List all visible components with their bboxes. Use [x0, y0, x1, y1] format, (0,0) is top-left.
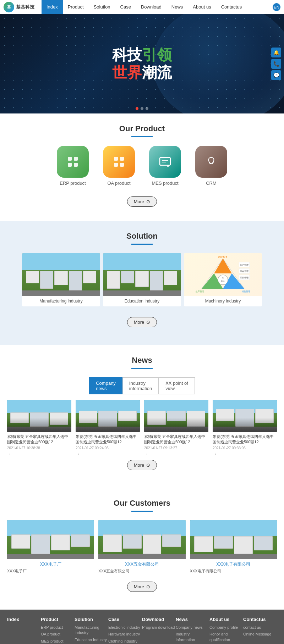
footer-about-profile[interactable]: Company profile — [209, 625, 243, 630]
news-img-3 — [213, 400, 277, 432]
nav-download[interactable]: Download — [136, 0, 166, 14]
product-more-button[interactable]: More ⊙ — [127, 196, 157, 207]
logo[interactable]: 基 基基科技 — [4, 2, 34, 12]
news-date-3: 2021-01-27 09:33:05 — [213, 446, 277, 450]
footer-case-clothing[interactable]: Clothing industry — [108, 639, 142, 644]
product-section: Our Product ERP product — [0, 113, 284, 221]
news-arrow-3: → — [213, 451, 277, 456]
nav-news[interactable]: News — [166, 0, 188, 14]
product-section-title: Our Product — [7, 113, 277, 136]
product-title-underline — [131, 136, 153, 137]
footer-download-program[interactable]: Program download — [142, 625, 176, 630]
solution-img-manufacturing — [22, 253, 100, 296]
customer-link-0[interactable]: XXX电子厂 — [7, 561, 94, 567]
footer-col-news-title: News — [176, 617, 209, 622]
svg-text:系统服务: 系统服务 — [218, 256, 228, 258]
news-card-0[interactable]: 累德(东莞 五金家具连续四年入选中国制造业民营企业500强12 2021-01-… — [7, 400, 71, 456]
news-caption-1: 累德(东莞 五金家具连续四年入选中国制造业民营企业500强12 — [76, 434, 140, 445]
news-arrow-0: → — [7, 451, 71, 456]
solution-card-education[interactable]: Education industry — [103, 253, 181, 306]
news-more-arrow-icon: ⊙ — [146, 462, 150, 468]
hero-dot-3[interactable] — [146, 107, 148, 110]
footer-solution-education[interactable]: Education Industry — [75, 637, 108, 643]
crm-label: CRM — [206, 181, 217, 186]
footer-case-electronic[interactable]: Electronic industry — [108, 625, 142, 630]
customers-grid: XXX电子厂 XXX电子厂 XXX五金有限公司 XXX五金有限公司 — [7, 520, 277, 574]
customer-card-0[interactable]: XXX电子厂 XXX电子厂 — [7, 520, 94, 574]
product-more-label: More — [134, 199, 144, 204]
nav-solution[interactable]: Solution — [89, 0, 115, 14]
solution-more-button[interactable]: More ⊙ — [127, 317, 157, 327]
customer-img-0 — [7, 520, 94, 559]
news-img-1 — [76, 400, 140, 432]
customer-name-2: XXX电子有限公司 — [190, 569, 221, 573]
footer-news-industry[interactable]: Industry information — [176, 632, 209, 643]
svg-text:采购管理: 采购管理 — [240, 277, 248, 279]
erp-icon — [57, 146, 89, 178]
footer-contact-message[interactable]: Online Message — [243, 632, 277, 637]
customers-section-title: Our Customers — [7, 488, 277, 511]
hero-dot-1[interactable] — [136, 107, 138, 110]
floating-chat-button[interactable]: 💬 — [271, 70, 281, 80]
footer-product-erp[interactable]: ERP product — [41, 625, 75, 630]
footer-product-mes[interactable]: MES product — [41, 639, 75, 644]
news-more-button[interactable]: More ⊙ — [127, 460, 157, 470]
footer-product-oa[interactable]: OA product — [41, 632, 75, 637]
customer-card-2[interactable]: XXX电子有限公司 XXX电子有限公司 — [190, 520, 277, 574]
hero-dot-2[interactable] — [141, 107, 143, 110]
news-arrow-2: → — [144, 451, 208, 456]
footer-col-contact-title: Contactus — [243, 617, 277, 622]
hero-pagination[interactable] — [136, 107, 148, 110]
news-card-3[interactable]: 累德(东莞 五金家具连续四年入选中国制造业民营企业500强12 2021-01-… — [213, 400, 277, 456]
customer-link-1[interactable]: XXX五金有限公司 — [98, 561, 185, 567]
svg-text:⊞: ⊞ — [222, 277, 224, 279]
customers-more-button[interactable]: More ⊙ — [127, 582, 157, 592]
product-item-oa[interactable]: OA product — [103, 146, 135, 186]
svg-marker-11 — [214, 259, 232, 273]
solution-card-manufacturing[interactable]: Manufacturing industry — [22, 253, 100, 306]
footer-about-honor[interactable]: Honor and qualification — [209, 632, 243, 643]
floating-buttons: 🔔 📞 💬 — [271, 48, 281, 80]
news-card-1[interactable]: 累德(东莞 五金家具连续四年入选中国制造业民营企业500强12 2021-01-… — [76, 400, 140, 456]
footer-col-about-title: About us — [209, 617, 243, 622]
product-item-erp[interactable]: ERP product — [57, 146, 89, 186]
footer-news-company[interactable]: Company news — [176, 625, 209, 630]
footer-col-about: About us Company profile Honor and quali… — [209, 617, 243, 644]
footer-contact-us[interactable]: contact us — [243, 625, 277, 630]
product-item-mes[interactable]: MES product — [149, 146, 181, 186]
news-tab-industry[interactable]: Industry information — [122, 377, 159, 394]
svg-rect-2 — [68, 163, 72, 167]
nav-contact[interactable]: Contactus — [216, 0, 247, 14]
product-grid: ERP product OA product MES — [7, 146, 277, 186]
footer-col-solution: Solution Manufacturing Industry Educatio… — [75, 617, 108, 644]
nav-product[interactable]: Product — [63, 0, 89, 14]
news-section-title: News — [7, 345, 277, 368]
news-caption-2: 累德(东莞 五金家具连续四年入选中国制造业民营企业500强12 — [144, 434, 208, 445]
svg-rect-7 — [120, 163, 124, 167]
solution-label-education: Education industry — [103, 296, 181, 306]
nav-lang-button[interactable]: EN — [273, 3, 280, 11]
news-grid: 累德(东莞 五金家具连续四年入选中国制造业民营企业500强12 2021-01-… — [7, 400, 277, 456]
erp-label: ERP product — [60, 181, 86, 186]
nav-index[interactable]: Index — [42, 0, 63, 14]
news-tab-company[interactable]: Company news — [89, 377, 122, 394]
floating-phone-button[interactable]: 📞 — [271, 59, 281, 69]
footer-case-hardware[interactable]: Hardware industry — [108, 632, 142, 637]
footer-solution-manufacturing[interactable]: Manufacturing Industry — [75, 625, 108, 636]
customer-link-2[interactable]: XXX电子有限公司 — [190, 561, 277, 567]
svg-text:生产管理: 生产管理 — [196, 290, 204, 293]
customers-section: Our Customers XXX电子厂 XXX电子厂 — [0, 488, 284, 610]
solution-card-machinery[interactable]: ⊞ 中心 系统服务 生产管理 销售管理 客户管理 库存管理 采购管理 Machi… — [184, 253, 262, 306]
nav-about[interactable]: About us — [188, 0, 216, 14]
mes-icon — [149, 146, 181, 178]
oa-icon — [103, 146, 135, 178]
product-item-crm[interactable]: CRM — [195, 146, 227, 186]
customer-card-1[interactable]: XXX五金有限公司 XXX五金有限公司 — [98, 520, 185, 574]
hero-line2-red: 世界 — [112, 64, 142, 81]
footer-col-case-title: Case — [108, 617, 142, 622]
floating-bell-button[interactable]: 🔔 — [271, 48, 281, 57]
solution-title-underline — [131, 244, 153, 245]
news-tab-view[interactable]: XX point of view — [159, 377, 195, 394]
nav-case[interactable]: Case — [115, 0, 136, 14]
news-card-2[interactable]: 累德(东莞 五金家具连续四年入选中国制造业民营企业500强12 2021-01-… — [144, 400, 208, 456]
